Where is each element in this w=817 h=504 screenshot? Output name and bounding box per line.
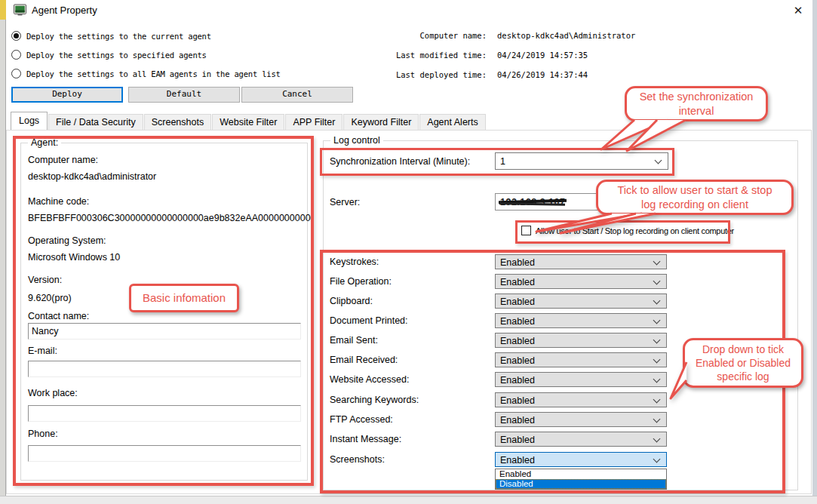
deploy-option-all-agents[interactable]: Deploy the settings to all EAM agents in… xyxy=(11,68,281,79)
cancel-button[interactable]: Cancel xyxy=(241,87,353,103)
tab-logs[interactable]: Logs xyxy=(11,112,48,131)
radio-label: Deploy the settings to specified agents xyxy=(26,51,207,60)
callout-line: interval xyxy=(627,104,766,118)
radio-icon xyxy=(11,69,21,78)
deploy-button[interactable]: Deploy xyxy=(11,87,123,103)
tab-agent-alerts[interactable]: Agent Alerts xyxy=(419,114,485,131)
callout-line: Set the synchronization xyxy=(627,90,766,104)
window-title: Agent Property xyxy=(32,5,97,16)
deploy-option-current-agent[interactable]: Deploy the settings to the current agent xyxy=(11,30,211,41)
background-taskbar-strip xyxy=(0,496,817,504)
background-icon-fragment xyxy=(0,0,6,20)
close-icon[interactable]: ✕ xyxy=(788,2,808,19)
last-deployed-value: 04/26/2019 14:37:44 xyxy=(497,70,588,79)
computer-name-label: Computer name: xyxy=(328,31,487,40)
tab-keyword-filter[interactable]: Keyword Filter xyxy=(343,114,419,131)
radio-icon xyxy=(11,50,21,60)
last-modified-label: Last modified time: xyxy=(328,51,487,60)
tab-bar: Logs File / Data Security Screenshots We… xyxy=(11,112,487,131)
callout-dropdown-tail xyxy=(668,361,688,402)
agent-property-dialog: Agent Property ✕ Deploy the settings to … xyxy=(6,0,812,496)
radio-label: Deploy the settings to all EAM agents in… xyxy=(26,69,281,78)
callout-basic-information: Basic infomation xyxy=(129,284,239,312)
callout-line: specific log xyxy=(685,370,801,383)
callout-allow-recording: Tick to allow user to start & stop log r… xyxy=(596,180,794,215)
title-bar: Agent Property ✕ xyxy=(6,0,812,20)
last-modified-label-wrap: Last modified time: xyxy=(328,51,487,60)
callout-dropdown-tick: Drop down to tick Enabled or Disabled sp… xyxy=(683,338,803,388)
callout-sync-tail xyxy=(591,118,689,152)
background-window-left-strip xyxy=(0,0,6,504)
last-modified-value: 04/24/2019 14:57:35 xyxy=(497,51,588,60)
callout-line: Drop down to tick xyxy=(685,343,801,356)
tab-app-filter[interactable]: APP Filter xyxy=(285,114,342,131)
last-deployed-label: Last deployed time: xyxy=(328,70,487,79)
radio-selected-icon xyxy=(11,31,21,41)
callout-line: log recording on client xyxy=(598,198,791,212)
callout-sync-interval: Set the synchronization interval xyxy=(625,86,768,121)
deploy-option-specified-agents[interactable]: Deploy the settings to specified agents xyxy=(11,49,207,60)
background-right-strip xyxy=(812,0,817,504)
server-value-redacted: 192.168.3.107 xyxy=(500,197,565,207)
callout-line: Basic infomation xyxy=(131,290,237,306)
radio-label: Deploy the settings to the current agent xyxy=(26,32,211,41)
tab-screenshots[interactable]: Screenshots xyxy=(144,114,211,131)
app-window-icon xyxy=(14,4,26,17)
computer-name-label-wrap: Computer name: xyxy=(328,31,487,40)
callout-line: Tick to allow user to start & stop xyxy=(598,183,791,198)
last-deployed-label-wrap: Last deployed time: xyxy=(328,70,487,79)
tab-file-data-security[interactable]: File / Data Security xyxy=(48,114,143,131)
callout-line: Enabled or Disabled xyxy=(685,356,801,370)
computer-name-value: desktop-kdkc4ad\Administrator xyxy=(497,31,635,40)
server-label: Server: xyxy=(330,197,360,207)
log-control-groupbox-legend: Log control xyxy=(330,135,383,146)
callout-allow-tail xyxy=(530,212,659,235)
tab-website-filter[interactable]: Website Filter xyxy=(212,114,284,131)
default-button[interactable]: Default xyxy=(128,87,240,103)
